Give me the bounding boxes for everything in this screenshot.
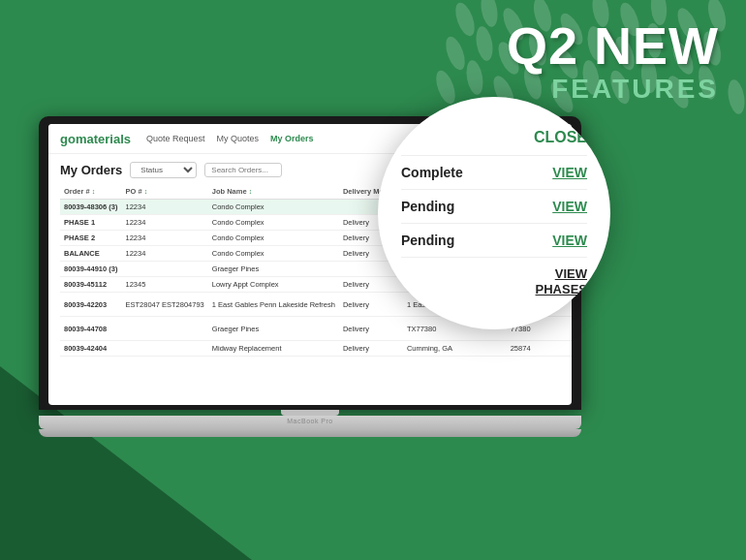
cell-order: 80039-44910 (3) (60, 262, 121, 277)
cell-job: Condo Complex (208, 200, 339, 215)
nav-my-quotes[interactable]: My Quotes (217, 134, 260, 143)
nav-quote-request[interactable]: Quote Request (146, 134, 205, 143)
magnify-action-view-1[interactable]: VIEW (552, 165, 587, 180)
logo-go: go (60, 132, 76, 146)
cell-order: PHASE 2 (60, 231, 121, 246)
svg-point-1 (479, 0, 500, 28)
sort-icon-job: ↕ (249, 188, 253, 195)
headline-block: Q2 NEW FEATURES (507, 17, 719, 105)
cell-po: EST28047 EST2804793 (121, 293, 207, 317)
sort-icon-po: ↕ (144, 188, 148, 195)
laptop-foot (39, 429, 581, 437)
cell-po (121, 317, 207, 341)
svg-point-30 (726, 78, 746, 115)
status-filter[interactable]: Status Complete Pending (130, 162, 197, 178)
magnify-action-view-2[interactable]: VIEW (552, 199, 587, 214)
cell-delivery: Delivery (339, 341, 403, 357)
magnify-row-2: Pending VIEW (401, 190, 587, 224)
cell-order: 80039-44708 (60, 317, 121, 341)
cell-delivery: Delivery (339, 277, 403, 293)
magnify-status-pending-2: Pending (401, 233, 454, 248)
svg-point-10 (442, 34, 468, 72)
cell-job: Lowry Appt Complex (208, 277, 339, 293)
magnify-action-view-3[interactable]: VIEW (552, 233, 587, 248)
cell-job: Condo Complex (208, 215, 339, 231)
svg-point-11 (474, 25, 495, 62)
magnify-status-complete: Complete (401, 165, 463, 180)
col-po: PO # ↕ (121, 184, 207, 200)
magnify-row-0: - CLOSE (401, 120, 587, 156)
svg-point-21 (464, 59, 485, 96)
cell-order: 80039-42404 (60, 341, 121, 357)
svg-point-0 (451, 0, 478, 38)
laptop: gomaterials Quote Request My Quotes My O… (39, 116, 581, 437)
svg-point-20 (436, 68, 459, 106)
col-job: Job Name ↕ (208, 184, 339, 200)
nav-links: Quote Request My Quotes My Orders (146, 134, 314, 143)
logo-materials: materials (76, 132, 131, 146)
cell-zip: 25874 (507, 341, 572, 357)
magnify-row-1: Complete VIEW (401, 156, 587, 190)
cell-job: Graeger Pines (208, 262, 339, 277)
magnify-status-pending-1: Pending (401, 199, 454, 214)
cell-delivery: Delivery (339, 293, 403, 317)
cell-po: 12345 (121, 277, 207, 293)
headline-q2: Q2 NEW (507, 17, 719, 75)
magnify-circle: - CLOSE Complete VIEW Pending VIEW Pendi… (378, 97, 610, 329)
cell-order: 80039-48306 (3) (60, 200, 121, 215)
cell-order: PHASE 1 (60, 215, 121, 231)
cell-po (121, 262, 207, 277)
cell-job: Condo Complex (208, 231, 339, 246)
table-row: 80039-42404Midway ReplacementDeliveryCum… (60, 341, 572, 357)
cell-job: 1 East Gables Penn Lakeside Refresh (208, 293, 339, 317)
cell-order: 80039-45112 (60, 277, 121, 293)
headline-features: FEATURES (507, 75, 719, 105)
cell-job: Graeger Pines (208, 317, 339, 341)
laptop-base (39, 416, 581, 429)
cell-order: BALANCE (60, 246, 121, 262)
cell-po: 12234 (121, 215, 207, 231)
sort-icon-order: ↕ (92, 188, 96, 195)
cell-po (121, 341, 207, 357)
col-order: Order # ↕ (60, 184, 121, 200)
cell-address: Cumming, GA (403, 341, 507, 357)
cell-order: 80039-42203 (60, 293, 121, 317)
nav-my-orders[interactable]: My Orders (270, 134, 314, 143)
search-input[interactable] (204, 163, 282, 177)
cell-job: Condo Complex (208, 246, 339, 262)
page-title: My Orders (60, 163, 122, 177)
cell-po: 12234 (121, 231, 207, 246)
cell-delivery: Delivery (339, 317, 403, 341)
cell-po: 12234 (121, 246, 207, 262)
cell-po: 12234 (121, 200, 207, 215)
cell-job: Midway Replacement (208, 341, 339, 357)
app-logo: gomaterials (60, 132, 131, 146)
magnify-row-3: Pending VIEW (401, 224, 587, 258)
magnify-row-4: VIEWPHASES (401, 258, 587, 305)
